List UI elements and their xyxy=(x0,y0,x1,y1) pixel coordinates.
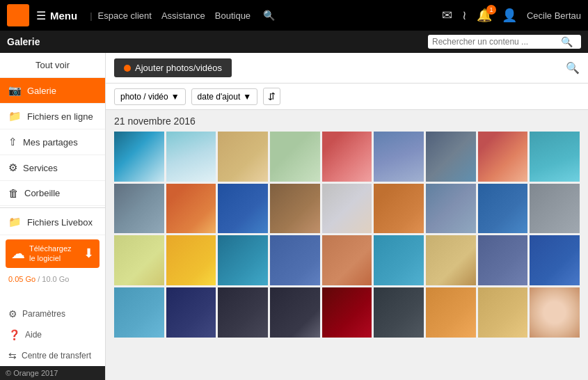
photo-item[interactable] xyxy=(322,235,372,285)
download-arrow-icon: ⬇ xyxy=(84,246,94,261)
photo-item[interactable] xyxy=(426,235,476,285)
sidebar-item-corbeille[interactable]: 🗑 Corbeille xyxy=(0,181,105,206)
photo-item[interactable] xyxy=(478,287,528,338)
share-icon: ⇧ xyxy=(8,136,17,148)
photo-item[interactable] xyxy=(270,235,320,285)
content-toolbar: Ajouter photos/vidéos 🔍 xyxy=(106,53,588,84)
sidebar-item-tout-voir[interactable]: Tout voir xyxy=(0,53,105,78)
photo-item[interactable] xyxy=(478,184,528,234)
photo-grid xyxy=(106,129,588,340)
photo-item[interactable] xyxy=(218,184,268,234)
toolbar-zoom-icon[interactable]: 🔍 xyxy=(566,61,580,74)
photo-item[interactable] xyxy=(322,184,372,234)
search-input[interactable] xyxy=(432,37,561,47)
settings-icon: ⚙ xyxy=(8,308,17,319)
download-label: Téléchargezle logiciel xyxy=(29,244,72,264)
photo-item[interactable] xyxy=(374,235,424,285)
hamburger-icon[interactable]: ☰ xyxy=(36,9,46,22)
sidebar-item-transfert[interactable]: ⇆ Centre de transfert xyxy=(0,345,105,366)
sidebar-item-parametres[interactable]: ⚙ Paramètres xyxy=(0,303,105,324)
photo-item[interactable] xyxy=(374,287,424,338)
chevron-down-icon-2: ▼ xyxy=(243,92,251,102)
download-software-button[interactable]: ☁ Téléchargezle logiciel ⬇ xyxy=(6,239,100,268)
photo-item[interactable] xyxy=(322,287,372,338)
zoom-icon[interactable]: 🔍 xyxy=(566,62,580,74)
photo-item[interactable] xyxy=(270,184,320,234)
add-photos-button[interactable]: Ajouter photos/vidéos xyxy=(114,58,232,77)
notification-icon[interactable]: 🔔 1 xyxy=(477,8,492,23)
nav-link-boutique[interactable]: Boutique xyxy=(215,10,251,21)
sidebar-item-livebox[interactable]: 📁 Fichiers Livebox xyxy=(0,209,105,235)
photo-item[interactable] xyxy=(114,235,164,285)
filter-bar: photo / vidéo ▼ date d'ajout ▼ ⇵ xyxy=(106,84,588,110)
sidebar-bottom: ⚙ Paramètres ❓ Aide ⇆ Centre de transfer… xyxy=(0,303,105,380)
sidebar-footer: © Orange 2017 xyxy=(0,366,105,380)
search-box: 🔍 xyxy=(428,35,581,49)
menu-label[interactable]: Menu xyxy=(50,10,77,22)
nav-link-assistance[interactable]: Assistance xyxy=(161,10,205,21)
grid-icon[interactable]: ≀ xyxy=(462,8,467,23)
photo-item[interactable] xyxy=(270,132,320,182)
photo-item[interactable] xyxy=(426,132,476,182)
photo-item[interactable] xyxy=(530,235,580,285)
photo-item[interactable] xyxy=(478,132,528,182)
livebox-icon: 📁 xyxy=(8,216,22,228)
photo-item[interactable] xyxy=(322,132,372,182)
avatar-icon[interactable]: 👤 xyxy=(502,8,517,23)
help-icon: ❓ xyxy=(8,329,20,340)
search-submit-icon[interactable]: 🔍 xyxy=(561,36,573,47)
filter-type-select[interactable]: photo / vidéo ▼ xyxy=(114,88,186,105)
date-header: 21 novembre 2016 xyxy=(106,110,588,129)
storage-used: 0.05 Go xyxy=(8,275,35,283)
photo-item[interactable] xyxy=(530,132,580,182)
filter-date-select[interactable]: date d'ajout ▼ xyxy=(191,88,258,105)
sidebar-item-aide[interactable]: ❓ Aide xyxy=(0,324,105,345)
gallery-icon: 📷 xyxy=(8,84,22,97)
search-icon[interactable]: 🔍 xyxy=(263,10,275,21)
photo-item[interactable] xyxy=(530,287,580,338)
sort-direction-button[interactable]: ⇵ xyxy=(263,88,280,105)
photo-item[interactable] xyxy=(218,235,268,285)
photo-item[interactable] xyxy=(218,287,268,338)
photo-item[interactable] xyxy=(114,132,164,182)
user-name[interactable]: Cecile Bertau xyxy=(527,10,581,21)
orange-logo xyxy=(7,4,29,26)
photo-item[interactable] xyxy=(166,184,216,234)
sort-icon: ⇵ xyxy=(268,91,276,102)
photo-item[interactable] xyxy=(270,287,320,338)
page-title: Galerie xyxy=(7,36,40,47)
notification-badge: 1 xyxy=(486,5,496,15)
nav-divider: | xyxy=(90,10,92,21)
folder-icon: 📁 xyxy=(8,110,22,122)
nav-link-espace-client[interactable]: Espace client xyxy=(98,10,152,21)
storage-indicator: 0.05 Go / 10.0 Go xyxy=(0,272,105,286)
photo-item[interactable] xyxy=(374,132,424,182)
trash-icon: 🗑 xyxy=(8,187,19,199)
chevron-down-icon: ▼ xyxy=(171,92,180,102)
photo-item[interactable] xyxy=(426,287,476,338)
photo-item[interactable] xyxy=(426,184,476,234)
sidebar-item-galerie[interactable]: 📷 Galerie xyxy=(0,78,105,104)
photo-item[interactable] xyxy=(114,184,164,234)
sidebar-item-partages[interactable]: ⇧ Mes partages xyxy=(0,129,105,155)
cloud-download-icon: ☁ xyxy=(11,245,25,262)
photo-item[interactable] xyxy=(166,235,216,285)
services-icon: ⚙ xyxy=(8,161,17,174)
mail-icon[interactable]: ✉ xyxy=(442,8,452,23)
photo-item[interactable] xyxy=(218,132,268,182)
photo-item[interactable] xyxy=(114,287,164,338)
photo-item[interactable] xyxy=(478,235,528,285)
photo-item[interactable] xyxy=(166,287,216,338)
add-dot-icon xyxy=(124,65,131,72)
photo-item[interactable] xyxy=(166,132,216,182)
main-layout: Tout voir 📷 Galerie 📁 Fichiers en ligne … xyxy=(0,53,588,380)
content-area: Ajouter photos/vidéos 🔍 photo / vidéo ▼ … xyxy=(106,53,588,380)
nav-right: ✉ ≀ 🔔 1 👤 Cecile Bertau xyxy=(442,8,581,23)
photo-item[interactable] xyxy=(530,184,580,234)
sidebar: Tout voir 📷 Galerie 📁 Fichiers en ligne … xyxy=(0,53,106,380)
storage-total: / 10.0 Go xyxy=(38,275,69,283)
sub-header: Galerie 🔍 xyxy=(0,31,588,53)
sidebar-item-fichiers[interactable]: 📁 Fichiers en ligne xyxy=(0,104,105,129)
photo-item[interactable] xyxy=(374,184,424,234)
sidebar-item-services[interactable]: ⚙ Services xyxy=(0,155,105,181)
